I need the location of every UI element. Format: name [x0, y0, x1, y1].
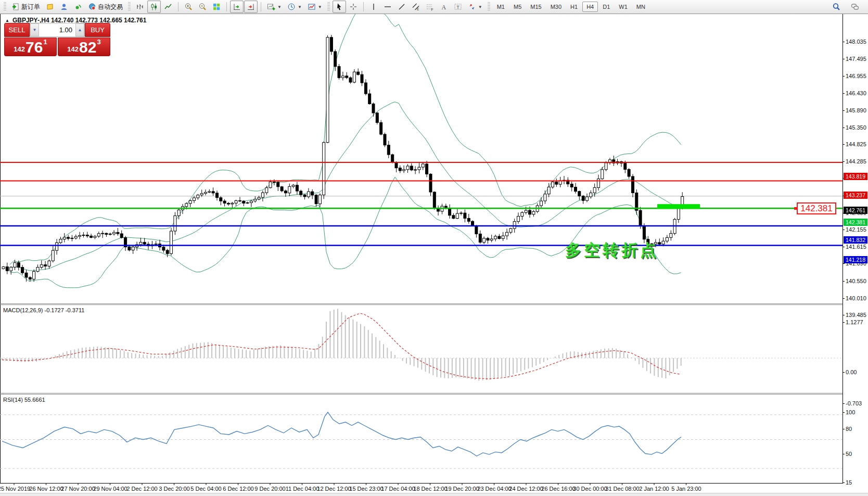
chevron-down-icon[interactable]: ▼	[277, 5, 282, 9]
profile-icon	[60, 3, 68, 11]
big-price-label[interactable]: 142.381	[797, 202, 836, 214]
annotation-text[interactable]: 多空转折点	[565, 239, 659, 261]
buy-price[interactable]: 142 82 3	[58, 37, 110, 56]
search-button[interactable]	[829, 1, 843, 13]
price-axis[interactable]: 148.035147.495146.955146.430145.890145.3…	[843, 14, 868, 496]
timeframe-button-M15[interactable]: M15	[526, 2, 545, 12]
time-label: 9 Dec 20:00	[254, 486, 285, 492]
auto-scroll-button[interactable]	[230, 1, 244, 13]
indicators-button[interactable]: ▼	[264, 1, 284, 13]
time-label: 31 Dec 08:00	[605, 486, 639, 492]
trendline-icon	[398, 3, 406, 11]
community-button[interactable]	[848, 1, 862, 13]
buy-price-sup: 3	[97, 38, 100, 46]
chevron-down-icon[interactable]: ▼	[478, 5, 482, 9]
one-click-trade-panel: SELL ▼ ▲ BUY 142 76 1 142 82 3	[4, 23, 110, 56]
toolbar-handle	[128, 2, 131, 11]
timeframe-button-W1[interactable]: W1	[615, 2, 632, 12]
timeframe-button-H1[interactable]: H1	[566, 2, 582, 12]
templates-icon	[308, 3, 316, 11]
chevron-down-icon[interactable]: ▼	[318, 5, 322, 9]
svg-text:T: T	[456, 5, 459, 10]
collapse-panel-icon[interactable]: ▲	[5, 18, 9, 23]
timeframe-button-M5[interactable]: M5	[509, 2, 526, 12]
toolbar: 新订单自动交易▼▼▼EFAT▼M1M5M15M30H1H4D1W1MN	[0, 0, 868, 14]
sell-price[interactable]: 142 76 1	[4, 37, 57, 56]
candlestick-icon	[150, 3, 158, 11]
sell-price-prefix: 142	[14, 45, 25, 53]
svg-text:E: E	[417, 7, 419, 11]
fibonacci-icon: F	[426, 3, 434, 11]
toolbar-separator	[226, 2, 227, 11]
timeframe-button-MN[interactable]: MN	[632, 2, 649, 12]
toolbar-group	[230, 0, 258, 14]
time-label: 17 Dec 04:00	[381, 486, 415, 492]
time-axis[interactable]: 25 Nov 201926 Nov 12:0027 Nov 20:0029 No…	[0, 485, 868, 493]
templates-button[interactable]: ▼	[305, 1, 325, 13]
line-chart-button[interactable]	[161, 1, 175, 13]
toolbar-group: 新订单自动交易	[9, 0, 125, 14]
timeframe-button-M1[interactable]: M1	[493, 2, 509, 12]
toolbar-right	[829, 1, 866, 13]
toolbar-group: ▼▼▼	[264, 0, 325, 14]
horizontal-line-button[interactable]	[381, 1, 394, 13]
buy-button[interactable]: BUY	[85, 23, 110, 37]
price-tick: 145.350	[843, 124, 866, 131]
periods-button[interactable]: ▼	[285, 1, 304, 13]
chevron-down-icon[interactable]: ▼	[298, 5, 302, 9]
time-label: 5 Jan 23:00	[671, 486, 701, 492]
vertical-line-button[interactable]	[367, 1, 380, 13]
highlight-band	[657, 204, 700, 209]
text-label-button[interactable]: T	[451, 1, 465, 13]
tile-windows-button[interactable]	[210, 1, 223, 13]
chart-canvas[interactable]	[0, 14, 843, 496]
zoom-out-button[interactable]	[196, 1, 209, 13]
chart-shift-button[interactable]	[244, 1, 258, 13]
candlestick-button[interactable]	[147, 1, 161, 13]
time-label: 5 Dec 04:00	[190, 486, 221, 492]
text-button[interactable]: A	[437, 1, 451, 13]
arrows-button[interactable]: ▼	[465, 1, 485, 13]
price-tick: 144.825	[843, 141, 866, 147]
toolbar-button-label: 自动交易	[98, 3, 123, 11]
text-icon: A	[440, 3, 448, 11]
sell-button[interactable]: SELL	[4, 23, 30, 37]
new-chart-button[interactable]	[43, 1, 57, 13]
auto-trading-button[interactable]: 自动交易	[85, 1, 125, 13]
line-chart-icon	[164, 3, 172, 11]
trendline-button[interactable]	[395, 1, 409, 13]
profile-button[interactable]	[57, 1, 71, 13]
time-label: 26 Dec 16:00	[541, 486, 575, 492]
cursor-icon	[335, 3, 343, 11]
fibonacci-button[interactable]: F	[423, 1, 437, 13]
chart-area[interactable]: ▲ GBPJPY-,H4 142.740 142.773 142.665 142…	[0, 14, 843, 496]
signals-button[interactable]	[71, 1, 85, 13]
price-tick: 139.485	[843, 312, 866, 318]
volume-increase-button[interactable]: ▲	[75, 23, 84, 36]
crosshair-button[interactable]	[347, 1, 360, 13]
text-label-icon: T	[454, 3, 462, 11]
auto-trading-icon	[88, 3, 96, 11]
price-tick: 140.550	[843, 278, 866, 284]
new-order-button[interactable]: 新订单	[9, 1, 43, 13]
timeframe-button-M30[interactable]: M30	[546, 2, 566, 12]
macd-tick: 1.1277	[843, 319, 863, 325]
time-label: 2 Jan 12:00	[639, 486, 669, 492]
equidistant-channel-button[interactable]: E	[409, 1, 423, 13]
time-label: 19 Dec 20:00	[445, 486, 479, 492]
timeframe-button-D1[interactable]: D1	[598, 2, 614, 12]
volume-decrease-button[interactable]: ▼	[30, 23, 39, 36]
volume-input[interactable]	[39, 23, 75, 36]
price-badge-143.819: 143.819	[844, 173, 867, 180]
cursor-button[interactable]	[333, 1, 346, 13]
arrows-icon	[468, 3, 476, 11]
time-label: 30 Dec 00:00	[573, 486, 607, 492]
community-icon	[851, 3, 859, 11]
price-tick: 146.955	[843, 73, 866, 79]
zoom-out-icon	[198, 3, 207, 11]
zoom-in-button[interactable]	[182, 1, 195, 13]
tile-windows-icon	[212, 3, 221, 11]
timeframe-button-H4[interactable]: H4	[582, 2, 598, 12]
bar-chart-button[interactable]	[133, 1, 147, 13]
price-tick: 148.035	[843, 39, 866, 45]
